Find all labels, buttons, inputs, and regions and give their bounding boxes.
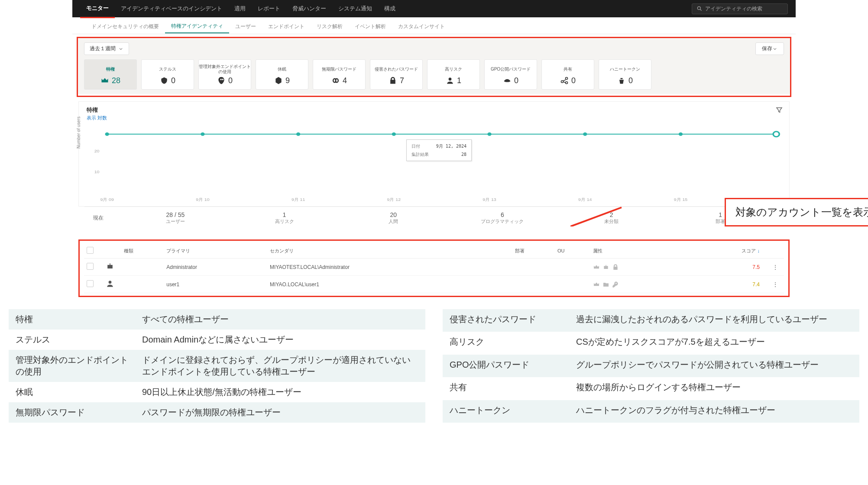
legend-desc: ハニートークンのフラグが付与された特権ユーザー <box>569 400 859 423</box>
table-header[interactable]: OU <box>555 243 590 259</box>
secondary-cell: MIYAO.LOCAL\user1 <box>267 276 512 293</box>
legend-row: 休眠90日以上休止状態/無活動の特権ユーザー <box>9 382 425 402</box>
tile-value: 0 <box>228 76 233 85</box>
subnav-tab[interactable]: リスク解析 <box>311 20 349 33</box>
view-count-link[interactable]: 表示 対数 <box>87 115 107 120</box>
subnav-tab[interactable]: カスタムインサイト <box>392 20 451 33</box>
alien-icon <box>217 76 226 85</box>
tile-crown[interactable]: 特権28 <box>84 59 137 90</box>
key-icon <box>612 281 619 288</box>
subnav-tab[interactable]: エンドポイント <box>262 20 311 33</box>
dept-cell <box>512 276 555 293</box>
robot-icon <box>106 262 114 271</box>
tile-label: ハニートークン <box>610 64 640 74</box>
tile-label: 共有 <box>564 64 572 74</box>
legend-row: 管理対象外のエンドポイントの使用ドメインに登録されておらず、グループポリシーが適… <box>9 350 425 382</box>
row-menu-button[interactable]: ⋮ <box>770 276 784 293</box>
search-icon <box>696 6 703 12</box>
topnav-tab[interactable]: 適用 <box>228 0 252 17</box>
account-table: 種類プライマリセカンダリ部署OU属性スコア ↓ AdministratorMIY… <box>84 243 784 293</box>
primary-cell: user1 <box>164 276 267 293</box>
filter-icon[interactable] <box>775 106 783 115</box>
svg-point-12 <box>105 133 109 136</box>
legend-term: 休眠 <box>9 382 135 402</box>
topnav-tab[interactable]: システム通知 <box>332 0 378 17</box>
topnav-tab[interactable]: アイデンティティベースのインシデント <box>115 0 228 17</box>
stats-block: 28 / 55ユーザー <box>121 211 230 225</box>
subnav-tab[interactable]: イベント解析 <box>349 20 392 33</box>
chart-card: 特権 表示 対数 Number of users 10209月 099月 109… <box>78 101 790 207</box>
table-header[interactable]: プライマリ <box>164 243 267 259</box>
legend-term: ステルス <box>9 330 135 350</box>
chevron-down-icon <box>118 46 123 52</box>
chart-area: Number of users 10209月 099月 109月 119月 12… <box>87 126 781 204</box>
row-menu-button[interactable]: ⋮ <box>770 259 784 276</box>
row-checkbox[interactable] <box>87 280 94 287</box>
person-risk-icon <box>446 76 454 85</box>
table-header[interactable]: 属性 <box>590 243 680 259</box>
topnav-tab[interactable]: モニター <box>80 0 115 18</box>
svg-point-13 <box>201 133 204 136</box>
legend-desc: CSが定めたリスクスコアが7.5を超えるユーザー <box>569 332 859 354</box>
gpo-icon <box>503 76 512 85</box>
svg-text:9月 13: 9月 13 <box>483 197 496 202</box>
search-input[interactable]: アイデンティティの検索 <box>692 3 788 14</box>
topnav-tab[interactable]: 構成 <box>378 0 402 17</box>
legend-term: GPO公開パスワード <box>443 355 569 377</box>
table-header[interactable]: セカンダリ <box>267 243 512 259</box>
svg-text:9月 11: 9月 11 <box>291 197 305 202</box>
legend-term: ハニートークン <box>443 400 569 423</box>
tile-honey[interactable]: ハニートークン0 <box>599 59 651 90</box>
legend-row: 侵害されたパスワード過去に漏洩したおそれのあるパスワードを利用しているユーザー <box>443 309 859 332</box>
svg-text:9月 09: 9月 09 <box>100 197 113 202</box>
tile-value: 7 <box>400 76 404 85</box>
legend-desc: 90日以上休止状態/無活動の特権ユーザー <box>135 382 425 402</box>
subnav-tab[interactable]: ユーザー <box>229 20 262 33</box>
tile-person-risk[interactable]: 高リスク1 <box>427 59 480 90</box>
tile-infinity[interactable]: 無期限パスワード4 <box>313 59 366 90</box>
top-nav: モニターアイデンティティベースのインシデント適用レポート脅威ハンターシステム通知… <box>72 0 796 17</box>
tile-stealth[interactable]: ステルス0 <box>141 59 194 90</box>
tile-value: 9 <box>285 76 290 85</box>
account-table-annotation-box: 種類プライマリセカンダリ部署OU属性スコア ↓ AdministratorMIY… <box>78 239 790 297</box>
tile-lock[interactable]: 侵害されたパスワード7 <box>370 59 423 90</box>
legend-row: 無期限パスワードパスワードが無期限の特権ユーザー <box>9 402 425 423</box>
tile-label: 休眠 <box>278 64 286 74</box>
tile-share[interactable]: 共有0 <box>541 59 594 90</box>
tile-alien[interactable]: 管理対象外エンドポイントの使用0 <box>198 59 251 90</box>
time-range-button[interactable]: 過去１週間 <box>84 42 129 55</box>
row-checkbox[interactable] <box>87 263 94 270</box>
tile-label: 特権 <box>106 64 115 74</box>
table-row[interactable]: AdministratorMIYAOTEST.LOCAL\Administrat… <box>84 259 784 276</box>
subnav-tab[interactable]: 特権アイデンティティ <box>165 19 229 33</box>
table-row[interactable]: user1MIYAO.LOCAL\user17.4⋮ <box>84 276 784 293</box>
primary-cell: Administrator <box>164 259 267 276</box>
score-cell: 7.4 <box>680 276 770 293</box>
stats-block: 20人間 <box>339 211 448 225</box>
legend-term: 無期限パスワード <box>9 402 135 423</box>
table-header[interactable]: 種類 <box>121 243 164 259</box>
tile-label: 管理対象外エンドポイントの使用 <box>199 64 251 74</box>
legend-tables: 特権すべての特権ユーザーステルスDomain Adminなどに属さないユーザー管… <box>9 309 859 423</box>
tile-hex[interactable]: 休眠9 <box>256 59 308 90</box>
svg-point-18 <box>679 133 683 136</box>
folder-icon <box>602 281 609 288</box>
save-button[interactable]: 保存 <box>755 42 784 55</box>
table-header[interactable]: スコア ↓ <box>680 243 770 259</box>
legend-term: 高リスク <box>443 332 569 354</box>
legend-desc: Domain Adminなどに属さないユーザー <box>135 330 425 350</box>
legend-term: 管理対象外のエンドポイントの使用 <box>9 350 135 382</box>
table-header[interactable]: 部署 <box>512 243 555 259</box>
tile-gpo[interactable]: GPO公開パスワード0 <box>484 59 537 90</box>
subnav-tab[interactable]: ドメインセキュリティの概要 <box>85 20 165 33</box>
topnav-tab[interactable]: レポート <box>252 0 286 17</box>
select-all-checkbox[interactable] <box>87 247 94 254</box>
annotation-callout: 対象のアカウント一覧を表示 <box>725 198 868 226</box>
chart-tooltip: 日付9月 12, 2024 集計結果28 <box>406 139 472 161</box>
topnav-tab[interactable]: 脅威ハンター <box>286 0 332 17</box>
legend-desc: 複数の場所からログインする特権ユーザー <box>569 377 859 400</box>
share-icon <box>560 76 569 85</box>
svg-line-20 <box>570 207 622 226</box>
crown-icon <box>593 281 600 288</box>
lock-icon <box>389 76 397 85</box>
